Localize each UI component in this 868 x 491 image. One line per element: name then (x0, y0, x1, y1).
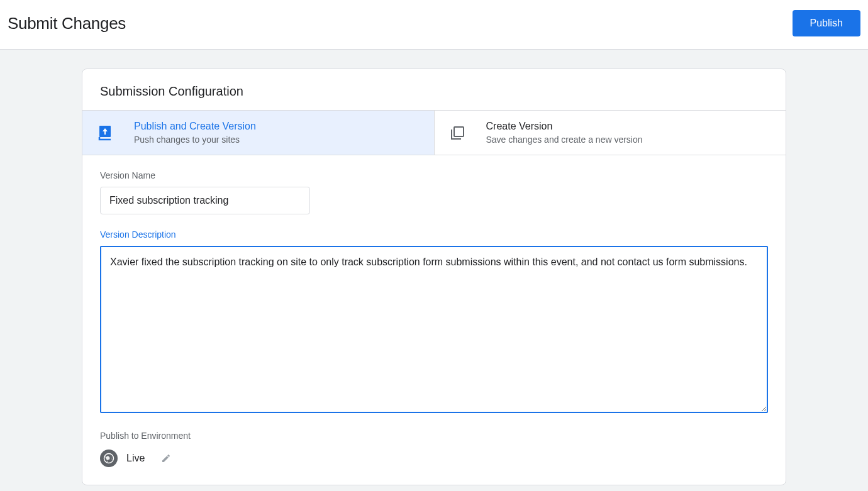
publish-button[interactable]: Publish (793, 10, 860, 36)
publish-env-label: Publish to Environment (100, 431, 768, 441)
pencil-icon[interactable] (160, 452, 172, 465)
card-body: Version Name Version Description Publish… (82, 155, 786, 485)
publish-env-group: Publish to Environment Live (100, 431, 768, 467)
tab-subtitle: Push changes to your sites (134, 135, 256, 145)
svg-rect-1 (454, 127, 464, 136)
versions-icon (448, 124, 466, 141)
version-name-label: Version Name (100, 170, 768, 180)
tab-text: Publish and Create Version Push changes … (134, 121, 256, 145)
page-header: Submit Changes Publish (0, 0, 868, 50)
tab-create-version[interactable]: Create Version Save changes and create a… (435, 111, 786, 155)
tab-publish-create-version[interactable]: Publish and Create Version Push changes … (82, 111, 435, 155)
page-title: Submit Changes (8, 14, 126, 33)
version-name-input[interactable] (100, 187, 310, 214)
main-content: Submission Configuration Publish and Cre… (0, 50, 868, 491)
version-description-group: Version Description (100, 229, 768, 416)
version-name-group: Version Name (100, 170, 768, 214)
env-name: Live (126, 453, 145, 464)
card-title: Submission Configuration (82, 69, 786, 110)
tab-subtitle: Save changes and create a new version (486, 135, 643, 145)
publish-icon (96, 124, 114, 141)
tab-row: Publish and Create Version Push changes … (82, 110, 786, 155)
version-description-textarea[interactable] (100, 246, 768, 413)
tab-text: Create Version Save changes and create a… (486, 121, 643, 145)
env-row: Live (100, 450, 768, 467)
version-description-label: Version Description (100, 229, 768, 240)
tab-title: Publish and Create Version (134, 121, 256, 132)
globe-icon (100, 450, 118, 467)
tab-title: Create Version (486, 121, 643, 132)
submission-card: Submission Configuration Publish and Cre… (82, 69, 786, 485)
